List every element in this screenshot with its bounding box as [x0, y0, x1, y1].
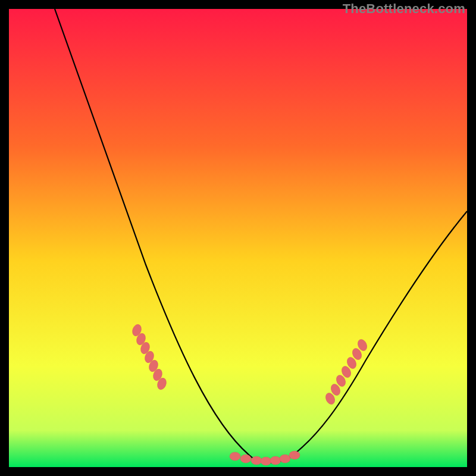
svg-point-12 [280, 455, 290, 463]
svg-point-11 [270, 456, 281, 465]
gradient-background [9, 9, 467, 467]
svg-point-8 [240, 455, 251, 463]
chart-frame [9, 9, 467, 467]
svg-point-7 [230, 452, 240, 461]
svg-point-10 [261, 457, 271, 465]
bottleneck-chart [9, 9, 467, 467]
watermark-text: TheBottleneck.com [343, 1, 465, 17]
svg-point-13 [289, 451, 300, 459]
svg-point-9 [251, 456, 262, 465]
